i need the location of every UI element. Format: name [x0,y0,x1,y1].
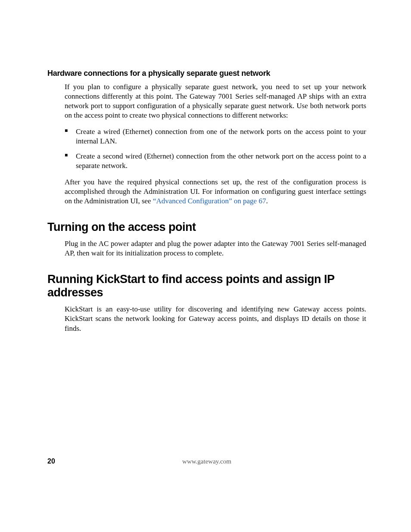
cross-reference-link[interactable]: “Advanced Configuration” on page 67 [153,197,266,205]
page-content: Hardware connections for a physically se… [47,69,366,340]
kickstart-body: KickStart is an easy-to-use utility for … [65,305,366,333]
footer-url: www.gateway.com [182,458,231,465]
page-number: 20 [47,457,55,465]
turning-on-body: Plug in the AC power adapter and plug th… [65,239,366,258]
bullet-item: Create a second wired (Ethernet) connect… [65,152,366,171]
page-footer: 20 www.gateway.com [47,457,366,465]
kickstart-section: Running KickStart to find access points … [47,273,366,333]
after-text-suffix: . [266,197,268,205]
hardware-connections-after: After you have the required physical con… [65,177,366,206]
turning-on-section: Turning on the access point Plug in the … [47,221,366,258]
bullet-item: Create a wired (Ethernet) connection fro… [65,127,366,146]
hardware-connections-subheading: Hardware connections for a physically se… [47,69,366,78]
hardware-connections-intro: If you plan to configure a physically se… [65,82,366,120]
hardware-connections-bullets: Create a wired (Ethernet) connection fro… [65,127,366,170]
kickstart-heading: Running KickStart to find access points … [47,273,366,299]
turning-on-heading: Turning on the access point [47,221,366,234]
hardware-connections-section: Hardware connections for a physically se… [47,69,366,206]
